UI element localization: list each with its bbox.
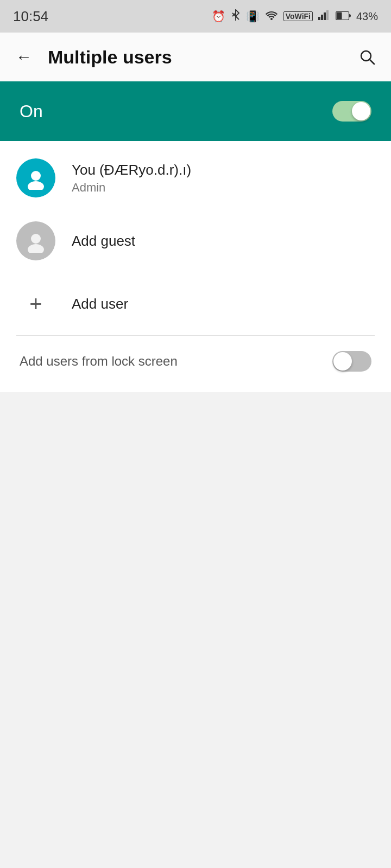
user-name: You (ÐÆRyo.d.r).ı) <box>72 162 191 178</box>
toggle-thumb <box>352 102 370 120</box>
add-user-label: Add user <box>72 296 128 312</box>
guest-avatar <box>16 221 55 260</box>
svg-rect-6 <box>336 12 342 19</box>
multiple-users-toggle[interactable] <box>332 101 371 122</box>
lock-screen-row[interactable]: Add users from lock screen <box>0 336 391 387</box>
svg-rect-4 <box>326 10 329 20</box>
vibrate-icon: 📳 <box>246 10 260 23</box>
status-bar: 10:54 ⏰ 📳 VoWiFi <box>0 0 391 33</box>
svg-rect-1 <box>318 17 320 20</box>
page-title: Multiple users <box>48 47 343 68</box>
battery-percent: 43% <box>356 10 378 23</box>
user-list: You (ÐÆRyo.d.r).ı) Admin Add guest + Add… <box>0 141 391 392</box>
lock-screen-label: Add users from lock screen <box>20 354 178 369</box>
add-guest-text: Add guest <box>72 233 135 250</box>
add-guest-item[interactable]: Add guest <box>0 209 391 272</box>
app-bar: ← Multiple users <box>0 33 391 81</box>
status-time: 10:54 <box>13 8 48 25</box>
voip-icon: VoWiFi <box>283 11 313 21</box>
battery-icon <box>336 10 351 23</box>
signal-icon <box>318 10 330 23</box>
user-avatar <box>16 158 55 197</box>
add-user-text: Add user <box>72 296 128 312</box>
svg-point-9 <box>31 171 41 181</box>
wifi-icon <box>265 10 278 23</box>
multiple-users-toggle-banner[interactable]: On <box>0 81 391 141</box>
user-role: Admin <box>72 181 191 195</box>
toggle-label: On <box>20 101 43 122</box>
svg-point-10 <box>28 181 44 190</box>
back-button[interactable]: ← <box>11 44 37 70</box>
search-button[interactable] <box>354 44 380 70</box>
user-info: You (ÐÆRyo.d.r).ı) Admin <box>72 162 191 195</box>
svg-line-8 <box>370 60 374 64</box>
alarm-icon: ⏰ <box>212 10 225 23</box>
svg-rect-2 <box>321 15 323 20</box>
lock-screen-toggle[interactable] <box>332 351 371 372</box>
add-user-icon: + <box>16 284 55 323</box>
add-user-item[interactable]: + Add user <box>0 272 391 335</box>
svg-rect-3 <box>324 12 326 20</box>
svg-point-12 <box>28 244 44 253</box>
svg-point-11 <box>31 234 41 244</box>
status-icons: ⏰ 📳 VoWiFi <box>212 9 378 24</box>
lock-screen-toggle-thumb <box>333 352 352 371</box>
current-user-item[interactable]: You (ÐÆRyo.d.r).ı) Admin <box>0 146 391 209</box>
bluetooth-icon <box>231 9 241 24</box>
add-guest-label: Add guest <box>72 233 135 250</box>
